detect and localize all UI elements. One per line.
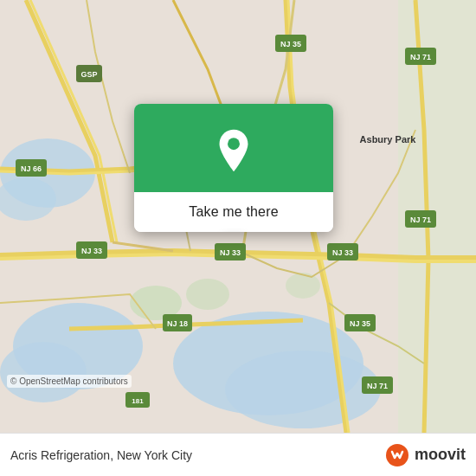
svg-text:NJ 35: NJ 35: [350, 319, 370, 328]
bottom-bar: Acris Refrigeration, New York City moovi…: [0, 433, 476, 476]
map-attribution: © OpenStreetMap contributors: [7, 375, 132, 388]
svg-point-9: [186, 279, 229, 310]
svg-text:NJ 66: NJ 66: [21, 164, 42, 173]
svg-text:NJ 71: NJ 71: [367, 382, 388, 390]
svg-text:Asbury Park: Asbury Park: [360, 134, 417, 145]
svg-text:181: 181: [132, 397, 144, 405]
svg-text:NJ 35: NJ 35: [280, 40, 301, 48]
svg-point-6: [225, 351, 381, 428]
moovit-brand-text: moovit: [415, 446, 466, 464]
svg-text:NJ 33: NJ 33: [220, 248, 241, 257]
svg-text:NJ 71: NJ 71: [410, 215, 431, 224]
location-popup: Take me there: [134, 104, 333, 232]
svg-text:NJ 33: NJ 33: [332, 248, 353, 257]
moovit-logo: moovit: [385, 443, 466, 467]
svg-point-10: [286, 273, 320, 299]
location-pin-icon: [211, 128, 256, 173]
take-me-there-button[interactable]: Take me there: [134, 192, 333, 232]
location-info: Acris Refrigeration, New York City: [10, 448, 192, 462]
map-container: NJ 35 NJ 71 NJ 66 GSP NJ 33 NJ 33 NJ 33 …: [0, 0, 476, 433]
svg-point-4: [0, 342, 87, 402]
svg-text:NJ 18: NJ 18: [167, 319, 188, 328]
svg-text:NJ 33: NJ 33: [81, 247, 102, 255]
svg-text:GSP: GSP: [80, 70, 97, 79]
svg-text:NJ 71: NJ 71: [410, 53, 431, 61]
svg-point-36: [228, 138, 240, 150]
popup-header: [134, 104, 333, 192]
moovit-icon: [385, 443, 409, 467]
